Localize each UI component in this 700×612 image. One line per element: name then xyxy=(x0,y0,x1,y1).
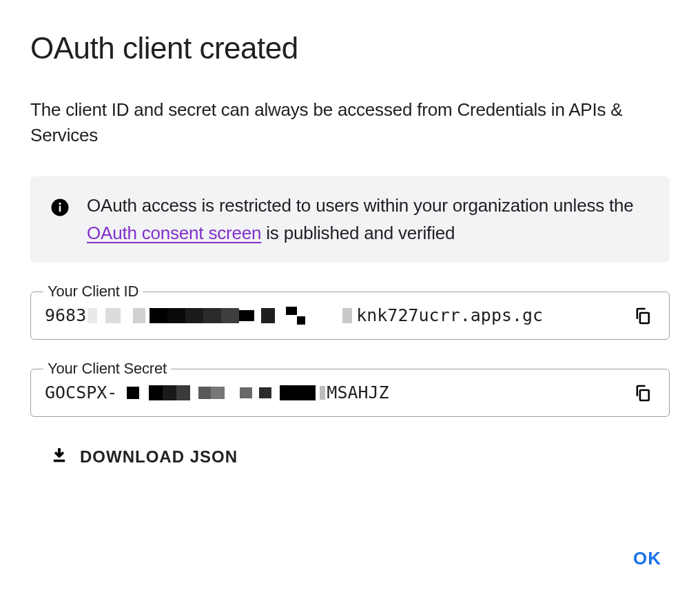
svg-rect-4 xyxy=(640,390,649,400)
svg-rect-6 xyxy=(54,460,65,462)
ok-button[interactable]: OK xyxy=(630,542,664,575)
client-secret-field: Your Client Secret GOCSPX- MSAHJZ xyxy=(30,369,670,417)
info-text-before: OAuth access is restricted to users with… xyxy=(87,195,634,216)
download-label: DOWNLOAD JSON xyxy=(80,447,238,467)
client-id-value: 9683 knk727ucrr.apps.gc xyxy=(45,305,622,325)
client-id-label: Your Client ID xyxy=(43,283,143,300)
client-id-field: Your Client ID 9683 knk727ucrr.apps.gc xyxy=(30,292,670,340)
oauth-consent-link[interactable]: OAuth consent screen xyxy=(87,223,261,243)
svg-point-2 xyxy=(59,203,61,205)
info-text: OAuth access is restricted to users with… xyxy=(87,192,650,247)
copy-client-id-button[interactable] xyxy=(630,303,655,328)
info-banner: OAuth access is restricted to users with… xyxy=(30,176,670,263)
info-icon xyxy=(50,192,70,218)
redacted-segment xyxy=(127,384,325,402)
info-text-after: is published and verified xyxy=(261,223,455,243)
page-title: OAuth client created xyxy=(30,30,670,67)
download-icon xyxy=(50,446,69,468)
description-text: The client ID and secret can always be a… xyxy=(30,97,670,149)
svg-marker-5 xyxy=(54,453,64,458)
client-secret-label: Your Client Secret xyxy=(43,360,171,378)
svg-rect-3 xyxy=(640,313,649,323)
client-secret-value: GOCSPX- MSAHJZ xyxy=(45,382,622,402)
copy-client-secret-button[interactable] xyxy=(630,380,655,405)
svg-rect-1 xyxy=(59,206,61,212)
redacted-segment xyxy=(88,307,352,325)
copy-icon xyxy=(633,306,652,325)
download-json-button[interactable]: DOWNLOAD JSON xyxy=(50,446,670,468)
copy-icon xyxy=(633,383,652,402)
